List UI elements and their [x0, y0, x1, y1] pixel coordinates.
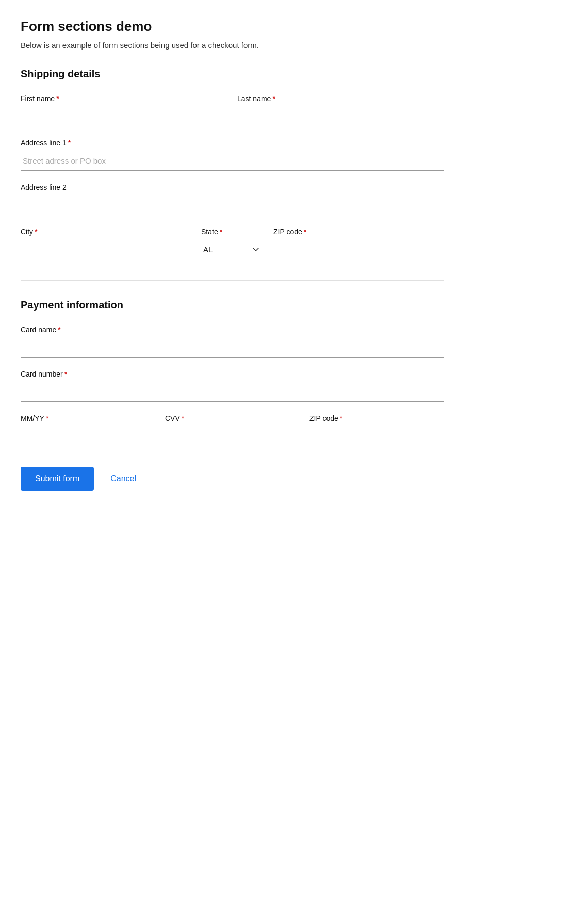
address2-row: Address line 2	[21, 183, 444, 215]
address-line1-group: Address line 1*	[21, 139, 444, 171]
payment-section: Payment information Card name* Card numb…	[21, 299, 444, 446]
mmyy-cvv-zip-row: MM/YY* CVV* ZIP code*	[21, 414, 444, 446]
address-line1-input[interactable]	[21, 151, 444, 171]
first-name-required: *	[56, 94, 59, 103]
last-name-label: Last name*	[237, 94, 444, 103]
address-line2-label: Address line 2	[21, 183, 444, 191]
card-number-required: *	[64, 370, 67, 378]
address1-row: Address line 1*	[21, 139, 444, 171]
mmyy-label: MM/YY*	[21, 414, 155, 423]
payment-zip-label: ZIP code*	[309, 414, 444, 423]
city-input[interactable]	[21, 240, 191, 259]
button-row: Submit form Cancel	[21, 467, 444, 491]
state-select[interactable]: AL AK AZ AR CA CO CT DE FL GA	[201, 240, 263, 259]
submit-button[interactable]: Submit form	[21, 467, 94, 491]
shipping-zip-input[interactable]	[273, 240, 444, 259]
mmyy-group: MM/YY*	[21, 414, 155, 446]
city-state-zip-row: City* State* AL AK AZ AR CA CO CT DE FL …	[21, 228, 444, 259]
shipping-zip-group: ZIP code*	[273, 228, 444, 259]
shipping-zip-label: ZIP code*	[273, 228, 444, 236]
payment-zip-required: *	[340, 414, 342, 423]
payment-section-title: Payment information	[21, 299, 444, 311]
cancel-button[interactable]: Cancel	[106, 467, 140, 491]
cvv-label: CVV*	[165, 414, 299, 423]
city-group: City*	[21, 228, 191, 259]
first-name-label: First name*	[21, 94, 227, 103]
card-number-input[interactable]	[21, 382, 444, 402]
city-label: City*	[21, 228, 191, 236]
last-name-group: Last name*	[237, 94, 444, 126]
card-name-input[interactable]	[21, 338, 444, 358]
cvv-required: *	[182, 414, 184, 423]
cvv-group: CVV*	[165, 414, 299, 446]
card-name-label: Card name*	[21, 326, 444, 334]
last-name-input[interactable]	[237, 107, 444, 126]
page-title: Form sections demo	[21, 19, 444, 35]
state-group: State* AL AK AZ AR CA CO CT DE FL GA	[201, 228, 263, 259]
city-required: *	[35, 228, 37, 236]
state-required: *	[220, 228, 222, 236]
card-name-group: Card name*	[21, 326, 444, 358]
section-divider	[21, 280, 444, 281]
mmyy-required: *	[46, 414, 48, 423]
cvv-input[interactable]	[165, 427, 299, 446]
last-name-required: *	[272, 94, 275, 103]
card-name-row: Card name*	[21, 326, 444, 358]
payment-zip-input[interactable]	[309, 427, 444, 446]
address-line1-required: *	[68, 139, 71, 147]
first-name-input[interactable]	[21, 107, 227, 126]
shipping-section-title: Shipping details	[21, 68, 444, 80]
name-row: First name* Last name*	[21, 94, 444, 126]
payment-zip-group: ZIP code*	[309, 414, 444, 446]
address-line1-label: Address line 1*	[21, 139, 444, 147]
first-name-group: First name*	[21, 94, 227, 126]
card-number-group: Card number*	[21, 370, 444, 402]
card-number-row: Card number*	[21, 370, 444, 402]
state-label: State*	[201, 228, 263, 236]
page-description: Below is an example of form sections bei…	[21, 41, 444, 50]
shipping-section: Shipping details First name* Last name* …	[21, 68, 444, 259]
address-line2-group: Address line 2	[21, 183, 444, 215]
mmyy-input[interactable]	[21, 427, 155, 446]
shipping-zip-required: *	[304, 228, 306, 236]
card-name-required: *	[58, 326, 60, 334]
card-number-label: Card number*	[21, 370, 444, 378]
address-line2-input[interactable]	[21, 196, 444, 215]
